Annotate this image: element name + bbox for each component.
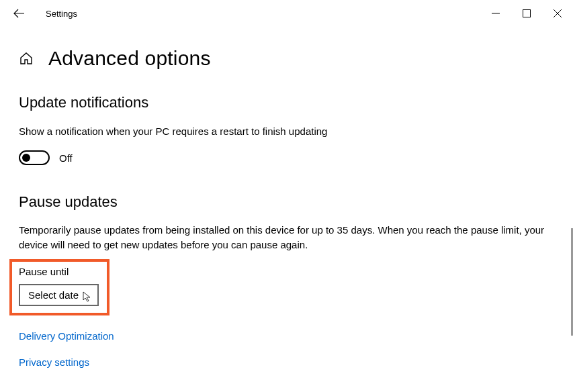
titlebar: Settings (0, 0, 573, 27)
maximize-button[interactable] (511, 0, 542, 27)
notification-toggle-row: Off (19, 150, 554, 165)
select-date-button[interactable]: Select date (19, 284, 99, 306)
pause-updates-heading: Pause updates (19, 193, 554, 211)
select-date-label: Select date (28, 289, 79, 301)
toggle-thumb (22, 154, 30, 162)
arrow-left-icon (13, 7, 25, 19)
pause-updates-description: Temporarily pause updates from being ins… (19, 223, 554, 252)
svg-rect-0 (523, 10, 531, 17)
cursor-icon (81, 291, 93, 303)
minimize-icon (492, 9, 500, 17)
close-icon (554, 9, 562, 17)
update-notifications-description: Show a notification when your PC require… (19, 125, 554, 138)
notification-toggle[interactable] (19, 150, 50, 165)
window-controls (480, 0, 573, 27)
app-title: Settings (46, 9, 77, 19)
back-button[interactable] (5, 0, 32, 27)
delivery-optimization-link[interactable]: Delivery Optimization (19, 330, 554, 342)
home-icon[interactable] (19, 51, 34, 66)
update-notifications-heading: Update notifications (19, 94, 554, 111)
highlight-annotation: Pause until Select date (9, 259, 109, 315)
toggle-state-label: Off (59, 152, 73, 164)
page-title: Advanced options (48, 47, 211, 70)
minimize-button[interactable] (480, 0, 511, 27)
content-area: Advanced options Update notifications Sh… (0, 27, 573, 368)
page-header: Advanced options (19, 47, 554, 70)
privacy-settings-link[interactable]: Privacy settings (19, 356, 554, 368)
close-button[interactable] (542, 0, 573, 27)
maximize-icon (523, 9, 531, 17)
pause-until-label: Pause until (19, 266, 99, 277)
